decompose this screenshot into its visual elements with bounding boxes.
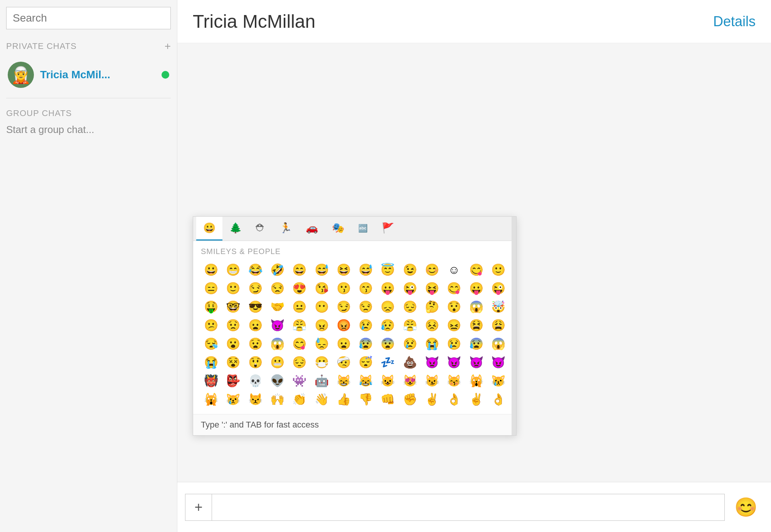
emoji-cell[interactable]: 😓 [311, 335, 332, 352]
emoji-tab-symbols[interactable]: 🔤 [351, 217, 375, 241]
search-input[interactable] [6, 7, 171, 29]
emoji-cell[interactable]: 😤 [400, 317, 420, 334]
emoji-tab-smileys[interactable]: 😀 [196, 217, 222, 241]
emoji-cell[interactable]: 😔 [289, 354, 310, 371]
emoji-cell[interactable]: 😺 [377, 372, 398, 389]
emoji-cell[interactable]: 😪 [201, 335, 221, 352]
emoji-tab-nature[interactable]: 🌲 [222, 217, 249, 241]
emoji-cell[interactable]: 😕 [201, 317, 221, 334]
emoji-cell[interactable]: 😶 [311, 298, 332, 315]
emoji-cell[interactable]: 😦 [245, 317, 266, 334]
emoji-cell[interactable]: 😭 [201, 354, 221, 371]
emoji-cell[interactable]: 🙀 [201, 391, 221, 408]
emoji-cell[interactable]: 😀 [201, 261, 221, 278]
emoji-cell[interactable]: 🤣 [267, 261, 288, 278]
emoji-cell[interactable]: 🙀 [466, 372, 486, 389]
emoji-cell[interactable]: 😁 [223, 261, 243, 278]
start-group-chat-link[interactable]: Start a group chat... [6, 124, 171, 136]
emoji-cell[interactable]: 😉 [400, 261, 420, 278]
emoji-cell[interactable]: 👹 [201, 372, 221, 389]
emoji-cell[interactable]: 😔 [400, 298, 420, 315]
emoji-cell[interactable]: 😬 [267, 354, 288, 371]
emoji-cell[interactable]: 😐 [289, 298, 310, 315]
emoji-body[interactable]: SMILEYS & PEOPLE 😀 😁 😂 🤣 😄 😅 😆 😅 😇 😉 😊 ☺… [193, 241, 516, 414]
emoji-tab-objects[interactable]: 🎭 [325, 217, 351, 241]
emoji-cell[interactable]: 😿 [223, 391, 243, 408]
emoji-cell[interactable]: 😗 [333, 280, 354, 297]
emoji-cell[interactable]: 😢 [444, 335, 464, 352]
emoji-cell[interactable]: 🤝 [267, 298, 288, 315]
emoji-cell[interactable]: 👽 [267, 372, 288, 389]
emoji-cell[interactable]: 💀 [245, 372, 266, 389]
emoji-cell[interactable]: 😂 [245, 261, 266, 278]
emoji-cell[interactable]: 👿 [466, 354, 486, 371]
emoji-cell[interactable]: 😵 [223, 354, 243, 371]
emoji-cell[interactable]: 😷 [311, 354, 332, 371]
add-private-chat-button[interactable]: + [165, 41, 171, 52]
emoji-cell[interactable]: ✌️ [466, 391, 486, 408]
emoji-cell[interactable]: 😲 [245, 354, 266, 371]
emoji-cell[interactable]: 👊 [377, 391, 398, 408]
emoji-cell[interactable]: 😣 [422, 317, 442, 334]
emoji-cell[interactable]: 😴 [355, 354, 376, 371]
emoji-cell[interactable]: 😱 [267, 335, 288, 352]
emoji-cell[interactable]: 😛 [466, 280, 486, 297]
emoji-cell[interactable]: 😖 [444, 317, 464, 334]
emoji-cell[interactable]: 😜 [488, 280, 508, 297]
emoji-cell[interactable]: 🤔 [422, 298, 442, 315]
emoji-cell[interactable]: 👌 [488, 391, 508, 408]
emoji-cell[interactable]: 👿 [422, 354, 442, 371]
emoji-cell[interactable]: 👺 [223, 372, 243, 389]
emoji-cell[interactable]: 💤 [377, 354, 398, 371]
emoji-cell[interactable]: 😢 [355, 317, 376, 334]
emoji-cell[interactable]: 👎 [355, 391, 376, 408]
emoji-cell[interactable]: 😥 [377, 317, 398, 334]
emoji-cell[interactable]: 😄 [289, 261, 310, 278]
emoji-cell[interactable]: 🤑 [201, 298, 221, 315]
emoji-cell[interactable]: 😎 [245, 298, 266, 315]
emoji-cell[interactable]: ☺️ [444, 261, 464, 278]
emoji-cell[interactable]: 👋 [311, 391, 332, 408]
emoji-cell[interactable]: 😏 [333, 298, 354, 315]
emoji-cell[interactable]: ✌️ [422, 391, 442, 408]
emoji-cell[interactable]: 😅 [311, 261, 332, 278]
emoji-cell[interactable]: 😻 [400, 372, 420, 389]
emoji-cell[interactable]: 🤕 [333, 354, 354, 371]
add-attachment-button[interactable]: + [185, 494, 212, 521]
emoji-cell[interactable]: 😢 [400, 335, 420, 352]
emoji-cell[interactable]: 🙌 [267, 391, 288, 408]
emoji-cell[interactable]: 😜 [400, 280, 420, 297]
emoji-tab-flags[interactable]: 🚩 [375, 217, 401, 241]
emoji-cell[interactable]: 😋 [444, 280, 464, 297]
details-link[interactable]: Details [713, 13, 756, 30]
emoji-cell[interactable]: 🤯 [488, 298, 508, 315]
emoji-cell[interactable]: 😊 [422, 261, 442, 278]
emoji-cell[interactable]: 😼 [422, 372, 442, 389]
emoji-cell[interactable]: 😱 [488, 335, 508, 352]
emoji-tab-activity[interactable]: 🏃 [273, 217, 299, 241]
emoji-cell[interactable]: 😙 [355, 280, 376, 297]
emoji-cell[interactable]: 😦 [333, 335, 354, 352]
emoji-cell[interactable]: 😨 [377, 335, 398, 352]
emoji-cell[interactable]: 😤 [289, 317, 310, 334]
emoji-cell[interactable]: 💩 [400, 354, 420, 371]
emoji-cell[interactable]: 😒 [355, 298, 376, 315]
emoji-cell[interactable]: 😟 [223, 317, 243, 334]
emoji-cell[interactable]: 😭 [422, 335, 442, 352]
emoji-cell[interactable]: 😰 [355, 335, 376, 352]
emoji-cell[interactable]: 😏 [245, 280, 266, 297]
emoji-tab-food[interactable]: ⛑ [249, 217, 273, 241]
emoji-cell[interactable]: 😱 [466, 298, 486, 315]
emoji-cell[interactable]: 😩 [488, 317, 508, 334]
emoji-cell[interactable]: 👾 [289, 372, 310, 389]
emoji-cell[interactable]: 😾 [245, 391, 266, 408]
emoji-cell[interactable]: 😋 [289, 335, 310, 352]
emoji-cell[interactable]: 🤖 [311, 372, 332, 389]
emoji-cell[interactable]: 🤓 [223, 298, 243, 315]
emoji-cell[interactable]: 😋 [466, 261, 486, 278]
emoji-cell[interactable]: 😈 [267, 317, 288, 334]
emoji-trigger-button[interactable]: 😊 [729, 490, 763, 525]
emoji-cell[interactable]: 😧 [245, 335, 266, 352]
emoji-cell[interactable]: 😝 [422, 280, 442, 297]
emoji-cell[interactable]: 😑 [201, 280, 221, 297]
